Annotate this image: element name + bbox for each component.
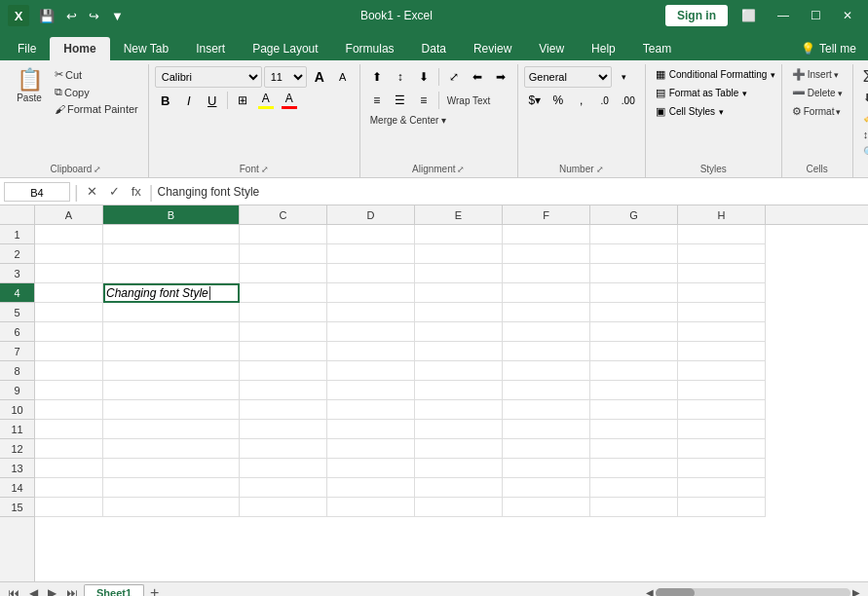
cell-g4[interactable] bbox=[590, 283, 678, 303]
cell-d11[interactable] bbox=[327, 420, 415, 439]
cell-d2[interactable] bbox=[327, 244, 415, 264]
tell-me-button[interactable]: Tell me bbox=[819, 42, 856, 56]
cell-a8[interactable] bbox=[35, 361, 103, 381]
col-header-h[interactable]: H bbox=[678, 205, 766, 224]
cell-e9[interactable] bbox=[415, 381, 503, 400]
quick-access-dropdown[interactable]: ▼ bbox=[107, 7, 128, 25]
cell-h5[interactable] bbox=[678, 303, 766, 322]
tab-pagelayout[interactable]: Page Layout bbox=[239, 37, 331, 60]
sheet-tab-sheet1[interactable]: Sheet1 bbox=[84, 584, 144, 597]
format-painter-button[interactable]: 🖌 Format Painter bbox=[51, 101, 142, 117]
cell-g14[interactable] bbox=[590, 478, 678, 498]
close-button[interactable]: ✕ bbox=[835, 5, 860, 26]
tab-view[interactable]: View bbox=[525, 37, 578, 60]
col-header-f[interactable]: F bbox=[503, 205, 590, 224]
row-header-14[interactable]: 14 bbox=[0, 478, 34, 498]
cell-a10[interactable] bbox=[35, 400, 103, 420]
tab-home[interactable]: Home bbox=[50, 37, 109, 60]
increase-font-size-button[interactable]: A bbox=[309, 66, 330, 88]
alignment-dialog-launcher[interactable]: ⤢ bbox=[457, 165, 465, 174]
cell-h8[interactable] bbox=[678, 361, 766, 381]
row-header-8[interactable]: 8 bbox=[0, 361, 34, 381]
cell-b12[interactable] bbox=[103, 439, 240, 459]
cell-h14[interactable] bbox=[678, 478, 766, 498]
delete-cells-button[interactable]: ➖ Delete ▾ bbox=[788, 85, 847, 101]
cell-a4[interactable] bbox=[35, 283, 103, 303]
cell-styles-button[interactable]: ▣ Cell Styles ▾ bbox=[652, 103, 775, 120]
cell-b3[interactable] bbox=[103, 264, 240, 283]
cell-f2[interactable] bbox=[503, 244, 590, 264]
number-format-dropdown[interactable]: ▾ bbox=[614, 66, 635, 88]
cell-d1[interactable] bbox=[327, 225, 415, 244]
cell-a7[interactable] bbox=[35, 342, 103, 361]
cell-e8[interactable] bbox=[415, 361, 503, 381]
cell-g3[interactable] bbox=[590, 264, 678, 283]
font-name-select[interactable]: Calibri bbox=[155, 66, 262, 88]
cell-a13[interactable] bbox=[35, 459, 103, 478]
cell-h1[interactable] bbox=[678, 225, 766, 244]
cell-f1[interactable] bbox=[503, 225, 590, 244]
cell-g11[interactable] bbox=[590, 420, 678, 439]
cell-b8[interactable] bbox=[103, 361, 240, 381]
cell-f11[interactable] bbox=[503, 420, 590, 439]
insert-cells-button[interactable]: ➕ Insert ▾ bbox=[788, 66, 843, 83]
indent-decrease-button[interactable]: ⬅ bbox=[467, 66, 488, 88]
cell-a9[interactable] bbox=[35, 381, 103, 400]
cell-h10[interactable] bbox=[678, 400, 766, 420]
cell-g15[interactable] bbox=[590, 498, 678, 517]
cell-h6[interactable] bbox=[678, 322, 766, 342]
cell-c11[interactable] bbox=[240, 420, 327, 439]
percent-button[interactable]: % bbox=[547, 90, 569, 111]
cell-c15[interactable] bbox=[240, 498, 327, 517]
row-header-13[interactable]: 13 bbox=[0, 459, 34, 478]
sheet-nav-next[interactable]: ▶ bbox=[44, 585, 60, 597]
cell-c14[interactable] bbox=[240, 478, 327, 498]
font-size-select[interactable]: 11 bbox=[264, 66, 307, 88]
tab-help[interactable]: Help bbox=[578, 37, 629, 60]
cell-b2[interactable] bbox=[103, 244, 240, 264]
cell-e14[interactable] bbox=[415, 478, 503, 498]
fill-color-button[interactable]: A bbox=[255, 91, 277, 110]
cell-b1[interactable] bbox=[103, 225, 240, 244]
row-header-6[interactable]: 6 bbox=[0, 322, 34, 342]
formula-input[interactable] bbox=[158, 185, 865, 199]
indent-increase-button[interactable]: ➡ bbox=[490, 66, 511, 88]
cell-c6[interactable] bbox=[240, 322, 327, 342]
row-header-1[interactable]: 1 bbox=[0, 225, 34, 244]
clipboard-dialog-launcher[interactable]: ⤢ bbox=[94, 165, 101, 174]
cell-g7[interactable] bbox=[590, 342, 678, 361]
cell-c8[interactable] bbox=[240, 361, 327, 381]
col-header-e[interactable]: E bbox=[415, 205, 503, 224]
cell-h12[interactable] bbox=[678, 439, 766, 459]
cell-d12[interactable] bbox=[327, 439, 415, 459]
cell-b9[interactable] bbox=[103, 381, 240, 400]
align-left-button[interactable]: ≡ bbox=[366, 90, 388, 111]
cell-g2[interactable] bbox=[590, 244, 678, 264]
italic-button[interactable]: I bbox=[178, 90, 200, 111]
row-header-5[interactable]: 5 bbox=[0, 303, 34, 322]
cell-c7[interactable] bbox=[240, 342, 327, 361]
comma-button[interactable]: , bbox=[571, 90, 592, 111]
cell-e13[interactable] bbox=[415, 459, 503, 478]
col-header-b[interactable]: B bbox=[103, 205, 240, 224]
row-header-9[interactable]: 9 bbox=[0, 381, 34, 400]
cell-a11[interactable] bbox=[35, 420, 103, 439]
conditional-formatting-button[interactable]: ▦ Conditional Formatting ▾ bbox=[652, 66, 775, 83]
format-as-table-button[interactable]: ▤ Format as Table ▾ bbox=[652, 85, 775, 101]
sign-in-button[interactable]: Sign in bbox=[665, 5, 728, 26]
cell-c4[interactable] bbox=[240, 283, 327, 303]
cell-a15[interactable] bbox=[35, 498, 103, 517]
col-header-g[interactable]: G bbox=[590, 205, 678, 224]
cell-e4[interactable] bbox=[415, 283, 503, 303]
row-header-3[interactable]: 3 bbox=[0, 264, 34, 283]
cell-e7[interactable] bbox=[415, 342, 503, 361]
cell-g10[interactable] bbox=[590, 400, 678, 420]
cell-h4[interactable] bbox=[678, 283, 766, 303]
scroll-right-button[interactable]: ▶ bbox=[852, 587, 860, 596]
decrease-font-size-button[interactable]: A bbox=[332, 66, 354, 88]
cell-g1[interactable] bbox=[590, 225, 678, 244]
orientation-button[interactable]: ⤢ bbox=[443, 66, 465, 88]
cell-d8[interactable] bbox=[327, 361, 415, 381]
row-header-4[interactable]: 4 bbox=[0, 283, 34, 303]
cell-e3[interactable] bbox=[415, 264, 503, 283]
